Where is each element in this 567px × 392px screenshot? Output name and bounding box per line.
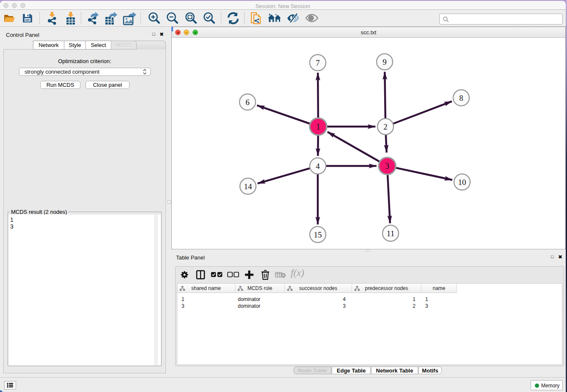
svg-text:2: 2 <box>383 122 388 131</box>
svg-text:8: 8 <box>459 94 463 102</box>
svg-text:7: 7 <box>316 58 320 67</box>
svg-text:10: 10 <box>458 178 466 187</box>
svg-text:6: 6 <box>245 98 250 107</box>
svg-text:11: 11 <box>387 229 394 238</box>
svg-text:9: 9 <box>383 58 387 66</box>
svg-text:3: 3 <box>385 161 389 171</box>
svg-text:14: 14 <box>244 182 253 191</box>
svg-text:4: 4 <box>316 162 320 171</box>
svg-text:1: 1 <box>316 122 320 131</box>
svg-text:15: 15 <box>314 230 322 239</box>
